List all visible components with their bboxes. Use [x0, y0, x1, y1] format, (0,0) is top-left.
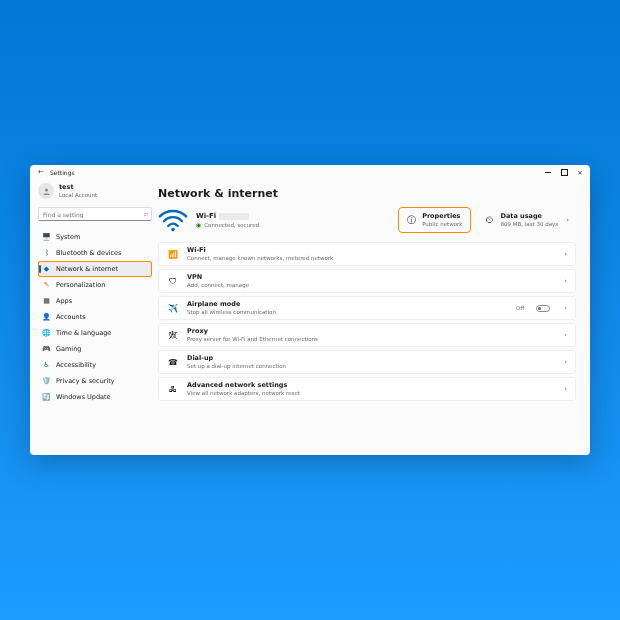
- vpn-icon: 🛡: [167, 277, 179, 286]
- wifi-ssid-redacted: [219, 213, 249, 220]
- minimize-button[interactable]: [540, 165, 556, 179]
- settings-rows: 📶Wi-FiConnect, manage known networks, me…: [158, 242, 576, 401]
- search-input[interactable]: [38, 207, 152, 221]
- system-icon: 🖥️: [42, 233, 51, 241]
- sidebar-item-bluetooth-devices[interactable]: ᛒBluetooth & devices: [38, 245, 152, 261]
- dial-up-icon: ☎: [167, 358, 179, 367]
- data-usage-subtitle: 809 MB, last 30 days: [501, 221, 559, 227]
- sidebar-item-apps[interactable]: ▦Apps: [38, 293, 152, 309]
- proxy-icon: 🕸: [167, 331, 179, 340]
- row-dial-up[interactable]: ☎Dial-upSet up a dial-up internet connec…: [158, 350, 576, 374]
- wifi-ssid-label: Wi-Fi: [196, 212, 216, 220]
- chevron-right-icon: ›: [564, 331, 567, 339]
- airplane-mode-icon: ✈️: [167, 304, 179, 313]
- settings-window: ← Settings ✕ test Local Account ⌕: [30, 165, 590, 455]
- sidebar-item-system[interactable]: 🖥️System: [38, 229, 152, 245]
- sidebar-item-label: Network & internet: [56, 265, 118, 273]
- sidebar-item-network-internet[interactable]: ◆Network & internet: [38, 261, 152, 277]
- row-title: Advanced network settings: [187, 382, 300, 389]
- sidebar-item-personalization[interactable]: ✎Personalization: [38, 277, 152, 293]
- chevron-right-icon: ›: [564, 277, 567, 285]
- avatar: [38, 183, 54, 199]
- sidebar-item-label: Privacy & security: [56, 377, 115, 385]
- window-title: Settings: [50, 169, 75, 176]
- sidebar-item-privacy-security[interactable]: 🛡️Privacy & security: [38, 373, 152, 389]
- accounts-icon: 👤: [42, 313, 51, 321]
- row-wi-fi[interactable]: 📶Wi-FiConnect, manage known networks, me…: [158, 242, 576, 266]
- time-language-icon: 🌐: [42, 329, 51, 337]
- wifi-icon: [158, 208, 188, 232]
- row-proxy[interactable]: 🕸ProxyProxy server for Wi-Fi and Etherne…: [158, 323, 576, 347]
- svg-point-1: [171, 228, 175, 232]
- search-icon: ⌕: [144, 210, 148, 218]
- row-subtitle: Proxy server for Wi-Fi and Ethernet conn…: [187, 336, 318, 342]
- wi-fi-icon: 📶: [167, 250, 179, 259]
- sidebar-item-label: Bluetooth & devices: [56, 249, 122, 257]
- properties-subtitle: Public network: [422, 221, 462, 227]
- back-button[interactable]: ←: [36, 168, 46, 176]
- sidebar-item-gaming[interactable]: 🎮Gaming: [38, 341, 152, 357]
- row-title: Dial-up: [187, 355, 286, 362]
- account-block[interactable]: test Local Account: [38, 183, 152, 199]
- account-subtitle: Local Account: [59, 192, 97, 198]
- connected-indicator-icon: ◉: [196, 221, 201, 228]
- window-controls: ✕: [540, 165, 588, 179]
- network-hero: Wi-Fi ◉ Connected, secured ⓘ Properties …: [158, 208, 576, 232]
- maximize-button[interactable]: [556, 165, 572, 179]
- row-subtitle: Add, connect, manage: [187, 282, 249, 288]
- apps-icon: ▦: [42, 297, 51, 305]
- sidebar-item-label: System: [56, 233, 80, 241]
- svg-point-0: [45, 188, 48, 191]
- connection-status: Connected, secured: [204, 222, 259, 228]
- bluetooth-devices-icon: ᛒ: [42, 249, 51, 257]
- meter-icon: ⏲: [485, 215, 495, 225]
- sidebar-item-label: Time & language: [56, 329, 111, 337]
- sidebar-item-label: Accounts: [56, 313, 86, 321]
- row-subtitle: Stop all wireless communication: [187, 309, 276, 315]
- sidebar-item-time-language[interactable]: 🌐Time & language: [38, 325, 152, 341]
- sidebar-item-label: Windows Update: [56, 393, 111, 401]
- row-advanced-network-settings[interactable]: 🖧Advanced network settingsView all netwo…: [158, 377, 576, 401]
- row-title: Proxy: [187, 328, 318, 335]
- chevron-right-icon: ›: [564, 358, 567, 366]
- row-subtitle: View all network adapters, network reset: [187, 390, 300, 396]
- row-state: Off: [516, 305, 524, 311]
- sidebar-item-label: Accessibility: [56, 361, 96, 369]
- data-usage-button[interactable]: ⏲ Data usage 809 MB, last 30 days ›: [478, 208, 576, 232]
- row-airplane-mode[interactable]: ✈️Airplane modeStop all wireless communi…: [158, 296, 576, 320]
- data-usage-title: Data usage: [501, 213, 559, 220]
- gaming-icon: 🎮: [42, 345, 51, 353]
- row-subtitle: Connect, manage known networks, metered …: [187, 255, 333, 261]
- search-field[interactable]: ⌕: [38, 207, 152, 221]
- sidebar-item-accessibility[interactable]: ♿Accessibility: [38, 357, 152, 373]
- account-name: test: [59, 184, 97, 191]
- row-title: Wi-Fi: [187, 247, 333, 254]
- chevron-right-icon: ›: [564, 216, 569, 224]
- sidebar-item-accounts[interactable]: 👤Accounts: [38, 309, 152, 325]
- privacy-security-icon: 🛡️: [42, 377, 51, 385]
- accessibility-icon: ♿: [42, 361, 51, 369]
- toggle-switch[interactable]: [536, 305, 550, 312]
- advanced-network-settings-icon: 🖧: [167, 385, 179, 394]
- chevron-right-icon: ›: [564, 250, 567, 258]
- sidebar-item-windows-update[interactable]: 🔄Windows Update: [38, 389, 152, 405]
- info-icon: ⓘ: [406, 214, 416, 227]
- row-title: VPN: [187, 274, 249, 281]
- properties-title: Properties: [422, 213, 462, 220]
- row-subtitle: Set up a dial-up internet connection: [187, 363, 286, 369]
- sidebar-nav: 🖥️SystemᛒBluetooth & devices◆Network & i…: [38, 229, 152, 405]
- sidebar-item-label: Personalization: [56, 281, 105, 289]
- page-heading: Network & internet: [158, 187, 576, 200]
- titlebar: ← Settings ✕: [30, 165, 590, 179]
- sidebar-item-label: Apps: [56, 297, 72, 305]
- sidebar: test Local Account ⌕ 🖥️SystemᛒBluetooth …: [30, 179, 158, 455]
- row-title: Airplane mode: [187, 301, 276, 308]
- close-button[interactable]: ✕: [572, 165, 588, 179]
- windows-update-icon: 🔄: [42, 393, 51, 401]
- main-content: Network & internet Wi-Fi ◉ Connected, s: [158, 179, 590, 455]
- personalization-icon: ✎: [42, 281, 51, 289]
- row-vpn[interactable]: 🛡VPNAdd, connect, manage›: [158, 269, 576, 293]
- chevron-right-icon: ›: [564, 304, 567, 312]
- sidebar-item-label: Gaming: [56, 345, 81, 353]
- properties-button[interactable]: ⓘ Properties Public network: [399, 208, 469, 232]
